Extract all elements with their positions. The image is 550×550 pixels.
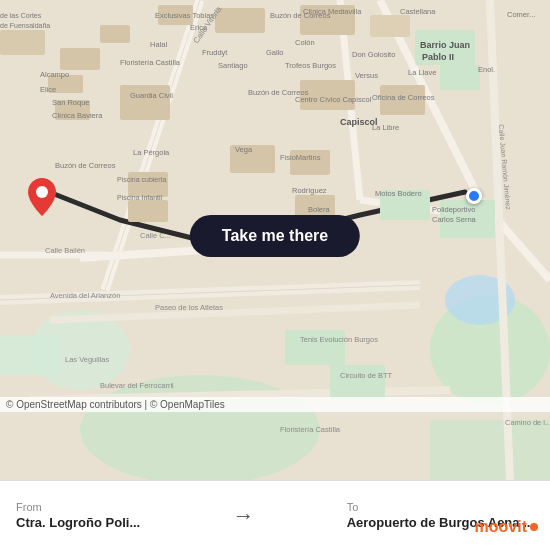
svg-text:Don Golosito: Don Golosito <box>352 50 395 59</box>
svg-text:Buzón de Correos: Buzón de Correos <box>270 11 331 20</box>
svg-text:Camino de l...: Camino de l... <box>505 418 550 427</box>
svg-text:Halal: Halal <box>150 40 167 49</box>
map-attribution: © OpenStreetMap contributors | © OpenMap… <box>0 397 550 412</box>
svg-text:Buzón de Correos: Buzón de Correos <box>55 161 116 170</box>
svg-rect-28 <box>440 65 480 90</box>
svg-text:Santiago: Santiago <box>218 61 248 70</box>
svg-text:Floristería Castilla: Floristería Castilla <box>280 425 341 434</box>
svg-text:Piscina Infantil: Piscina Infantil <box>117 194 163 201</box>
svg-text:Carlos Serna: Carlos Serna <box>432 215 477 224</box>
svg-text:Tenis Evolución Burgos: Tenis Evolución Burgos <box>300 335 378 344</box>
origin-info: From Ctra. Logroño Poli... <box>16 501 140 530</box>
svg-text:FisioMartins: FisioMartins <box>280 153 321 162</box>
moovit-logo: moovit <box>475 518 538 536</box>
svg-text:Guardia Civil: Guardia Civil <box>130 91 173 100</box>
svg-text:Gallo: Gallo <box>266 48 284 57</box>
origin-name: Ctra. Logroño Poli... <box>16 515 140 530</box>
svg-text:Elice: Elice <box>40 85 56 94</box>
svg-text:Polideportivo: Polideportivo <box>432 205 475 214</box>
svg-text:Oficina de Correos: Oficina de Correos <box>372 93 435 102</box>
svg-rect-37 <box>128 200 168 222</box>
svg-text:Avenida del Arlanzón: Avenida del Arlanzón <box>50 291 120 300</box>
svg-text:Calle Bailén: Calle Bailén <box>45 246 85 255</box>
svg-rect-4 <box>430 420 550 480</box>
svg-text:Vega: Vega <box>235 145 253 154</box>
svg-text:Alcampo: Alcampo <box>40 70 69 79</box>
svg-text:La Llave: La Llave <box>408 68 436 77</box>
svg-rect-23 <box>0 30 45 55</box>
svg-rect-26 <box>370 15 410 37</box>
svg-text:Exclusivas Tobias: Exclusivas Tobias <box>155 11 214 20</box>
svg-text:Versus: Versus <box>355 71 378 80</box>
svg-text:Comer...: Comer... <box>507 10 535 19</box>
svg-rect-21 <box>60 48 100 70</box>
svg-text:Piscina cubierta: Piscina cubierta <box>117 176 167 183</box>
moovit-brand-text: moovit <box>475 518 527 536</box>
svg-text:Motos Bodero: Motos Bodero <box>375 189 422 198</box>
svg-text:Erica: Erica <box>190 23 208 32</box>
destination-pin <box>466 188 482 204</box>
svg-text:Rodríguez: Rodríguez <box>292 186 327 195</box>
svg-text:San Roque: San Roque <box>52 98 90 107</box>
svg-rect-20 <box>100 25 130 43</box>
route-arrow: → <box>232 503 254 529</box>
svg-text:Las Veguillas: Las Veguillas <box>65 355 109 364</box>
origin-label: From <box>16 501 140 513</box>
svg-text:Pablo II: Pablo II <box>422 52 454 62</box>
svg-text:de las Cortes: de las Cortes <box>0 12 42 19</box>
svg-text:Floristería Castilla: Floristería Castilla <box>120 58 181 67</box>
bottom-bar: From Ctra. Logroño Poli... → To Aeropuer… <box>0 480 550 550</box>
svg-text:Bulevar del Ferrocarril: Bulevar del Ferrocarril <box>100 381 174 390</box>
svg-text:Colón: Colón <box>295 38 315 47</box>
svg-text:Clínica Baviera: Clínica Baviera <box>52 111 103 120</box>
moovit-dot <box>530 523 538 531</box>
map-container: Calle Vitoria Paseo de los Atletas Aveni… <box>0 0 550 480</box>
take-me-there-button[interactable]: Take me there <box>190 215 360 257</box>
svg-text:La Pérgola: La Pérgola <box>133 148 170 157</box>
svg-text:Castellana: Castellana <box>400 7 436 16</box>
svg-text:Circuito de BTT: Circuito de BTT <box>340 371 393 380</box>
svg-rect-41 <box>0 335 60 375</box>
destination-label: To <box>347 501 534 513</box>
svg-text:Barrio Juan: Barrio Juan <box>420 40 470 50</box>
svg-text:Trofeos Burgos: Trofeos Burgos <box>285 61 336 70</box>
svg-text:La Libre: La Libre <box>372 123 399 132</box>
svg-text:Paseo de los Atletas: Paseo de los Atletas <box>155 303 223 312</box>
svg-rect-24 <box>215 8 265 33</box>
svg-text:Bolera: Bolera <box>308 205 331 214</box>
svg-text:Calle C...: Calle C... <box>140 231 171 240</box>
svg-text:Enol.: Enol. <box>478 65 495 74</box>
svg-point-99 <box>36 186 48 198</box>
origin-pin <box>28 178 56 220</box>
svg-text:Fruddyt: Fruddyt <box>202 48 228 57</box>
svg-text:Buzón de Correos: Buzón de Correos <box>248 88 309 97</box>
svg-text:de Fuensaldaña: de Fuensaldaña <box>0 22 50 29</box>
